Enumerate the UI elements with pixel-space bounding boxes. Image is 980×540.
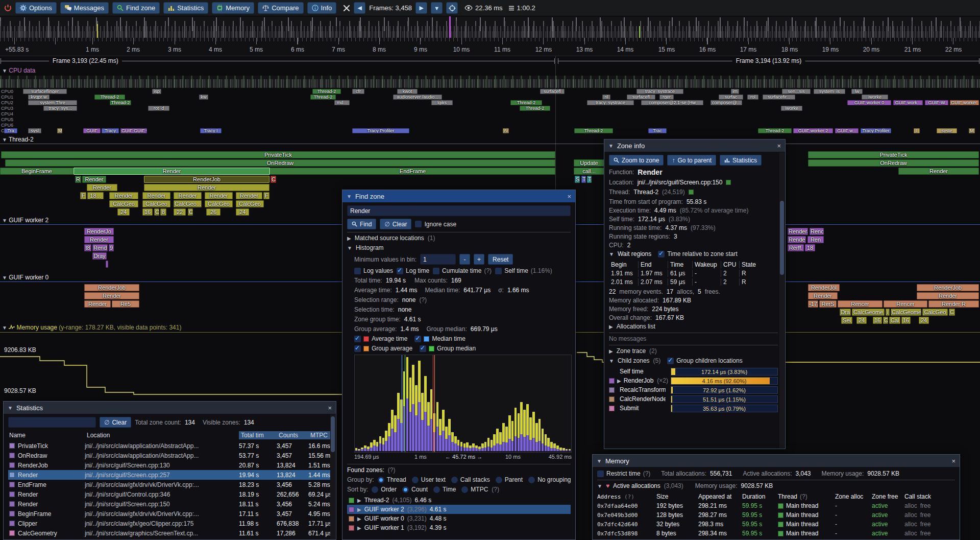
zoom-out-button[interactable]: ▼ xyxy=(431,2,443,14)
column-zone-alloc[interactable]: Zone alloc xyxy=(835,493,872,500)
stats-row[interactable]: Clipper jni/../jni/src/claw/gfx/geo/Clip… xyxy=(8,519,331,528)
go-to-parent-button[interactable]: ↑Go to parent xyxy=(667,155,716,166)
timeline-zone[interactable]: iworke xyxy=(862,95,888,100)
timeline-zone[interactable]: Thread-2 xyxy=(310,95,336,100)
timeline-zone[interactable]: composer@... xyxy=(710,100,742,105)
collapse-icon[interactable]: ▼ xyxy=(8,405,13,411)
zoom-to-zone-button[interactable]: Zoom to zone xyxy=(609,155,664,166)
timeline-zone[interactable]: Render xyxy=(788,236,806,243)
timeline-zone[interactable]: T xyxy=(587,176,592,183)
stats-row[interactable]: BeginFrame jni/../jni/src/claw/gfx/drv/v… xyxy=(8,509,331,519)
column-zone-free[interactable]: Zone free xyxy=(872,493,904,500)
clear-button[interactable]: ∅Clear xyxy=(380,219,411,229)
timeline-zone[interactable]: lw xyxy=(851,89,863,94)
collapse-icon[interactable]: ▼ xyxy=(608,143,614,149)
timeline-zone[interactable]: Tracy I xyxy=(200,128,222,133)
timeline-zone[interactable]: GUIF worker 0 xyxy=(847,100,891,105)
close-icon[interactable]: × xyxy=(567,193,571,200)
statistics-button[interactable]: Statistics xyxy=(720,155,762,166)
timeline-zone[interactable]: sysl xyxy=(28,128,41,133)
zone-info-scrollbar[interactable] xyxy=(779,152,785,448)
zone-trace-section[interactable]: ▶Zone trace(2) xyxy=(609,347,778,355)
timeline-zone[interactable]: Thread-2 xyxy=(94,95,125,100)
timeline-zone[interactable]: CalcGeo xyxy=(109,200,138,207)
timeline-zone[interactable]: im xyxy=(731,89,739,94)
cpu-data-header[interactable]: ▼ CPU data xyxy=(2,67,35,74)
timeline-zone[interactable]: C xyxy=(154,208,159,216)
child-zone-row[interactable]: ▶ RenderJob (×2) 4.16 ms (92.60%) xyxy=(609,376,778,385)
timeline-zone[interactable]: M xyxy=(969,128,975,133)
close-icon[interactable]: × xyxy=(777,142,781,150)
timeline-zone[interactable]: 26 xyxy=(206,208,220,216)
timeline-zone[interactable]: BeginFrame xyxy=(0,168,74,175)
timeline-zone[interactable]: Render xyxy=(87,184,117,191)
timeline-zone[interactable]: RerS xyxy=(819,300,837,308)
close-icon[interactable]: × xyxy=(328,404,332,412)
alloc-callstack-link[interactable]: alloc xyxy=(904,521,917,528)
timeline-zone[interactable]: GUIF xyxy=(83,128,101,133)
column-mtpc[interactable]: MTPC xyxy=(308,431,331,439)
timeline-zone[interactable]: Thread-2 xyxy=(110,100,131,105)
timeline-zone[interactable]: R xyxy=(75,176,81,183)
wait-region-row[interactable]: 2.01 ms2.07 ms59 μs-2R xyxy=(609,277,778,286)
alloc-callstack-link[interactable]: alloc xyxy=(904,511,917,519)
active-allocations-section[interactable]: ▼♥ Active allocations(3,043) Memory usag… xyxy=(597,482,955,489)
timeline-zone[interactable]: Render xyxy=(84,236,114,243)
frame-span-right[interactable]: Frame 3,194 (13.92 ms) xyxy=(557,56,980,66)
histogram-section[interactable]: ▼Histogram xyxy=(347,244,571,251)
compare-button[interactable]: Compare xyxy=(258,2,303,14)
allocation-row[interactable]: 0x7dfc53d898 8 bytes 298.34 ms 59.95 s M… xyxy=(597,529,955,538)
timeline-zone[interactable]: 16 xyxy=(901,317,911,324)
timeline-zone[interactable]: kvgpr w xyxy=(28,95,50,100)
child-zone-row[interactable]: CalcRenderNodes 51.51 μs (1.15%) xyxy=(609,394,778,404)
timeline-zone[interactable]: surfacefl xyxy=(540,89,565,94)
ignore-case-checkbox[interactable]: Ignore case xyxy=(415,221,456,228)
timeline-zone[interactable]: 18... xyxy=(87,192,104,199)
timeline-zone[interactable]: CalcGeo xyxy=(142,200,170,207)
timeline-zone[interactable]: kwot xyxy=(397,89,418,94)
timeline-zone[interactable]: Render xyxy=(82,176,106,183)
matched-source-locations[interactable]: ▶Matched source locations(1) xyxy=(347,234,571,242)
stats-row[interactable]: CalcGeometry jni/../jni/src/claw/graphic… xyxy=(8,528,331,538)
column-duration[interactable]: Duration xyxy=(742,493,778,500)
timeline-zone[interactable]: Render xyxy=(898,168,979,175)
column-location[interactable]: Location xyxy=(85,431,239,439)
column-total-time[interactable]: Total tim xyxy=(239,431,277,439)
free-callstack-link[interactable]: free xyxy=(920,530,931,537)
timeline-zone[interactable]: t8 xyxy=(84,244,91,251)
legend-checkbox[interactable]: Group median xyxy=(420,345,476,352)
timeline-zone[interactable]: CalcGeomet xyxy=(891,309,921,316)
focus-frame-button[interactable] xyxy=(446,2,458,14)
timeline-zone[interactable]: rot_d xyxy=(148,106,169,111)
timeline-zone[interactable]: surfac xyxy=(719,95,743,100)
timeline-zone[interactable]: RenderJob xyxy=(84,284,139,291)
timeline-zone[interactable]: 16 xyxy=(142,208,153,216)
timeline-zone[interactable]: lgiks xyxy=(431,100,453,105)
thread2-header[interactable]: ▼ Thread-2 xyxy=(2,136,34,143)
timeline-zone[interactable]: md... xyxy=(334,100,350,105)
timeline-zone[interactable]: RenderJob xyxy=(917,284,979,291)
timeline-zone[interactable]: GUIF GUIF wor xyxy=(120,128,147,133)
timeline-zone[interactable]: 24 xyxy=(236,208,249,216)
group-by-radio[interactable]: Call stacks xyxy=(451,476,490,483)
timeline-zone[interactable]: F xyxy=(263,192,270,199)
collapse-icon[interactable]: ▼ xyxy=(347,194,352,199)
timeline-zone[interactable]: I xyxy=(914,128,920,133)
timeline-zone[interactable]: C xyxy=(188,208,193,216)
timeline-zone[interactable]: Sel xyxy=(841,317,852,324)
timeline-zone[interactable]: Render xyxy=(109,192,138,199)
timeline-zone[interactable]: CalcGeo xyxy=(236,200,264,207)
timeline-zone[interactable]: Render xyxy=(84,292,139,299)
timeline-zone[interactable]: 9 xyxy=(109,244,114,251)
timeline-zone[interactable]: rger xyxy=(659,95,674,100)
statistics-titlebar[interactable]: ▼Statistics× xyxy=(4,402,336,414)
child-zone-row[interactable]: Self time 172.14 μs (3.83%) xyxy=(609,367,778,376)
timeline-zone[interactable]: OnRedraw xyxy=(808,159,979,167)
log-values-checkbox[interactable]: Log values xyxy=(354,267,393,274)
zone-group-row[interactable]: ▶ Thread-2 (4,105) 6.46 s xyxy=(347,496,571,505)
timeline-zone[interactable]: Thread-2 xyxy=(520,106,550,111)
column-counts[interactable]: Counts xyxy=(277,431,308,439)
stats-row[interactable]: Render jni/../jni/src/guif/Control.cpp:3… xyxy=(8,489,331,499)
timeline-zone[interactable]: GUIF w... xyxy=(835,128,859,133)
timeline-zone[interactable]: Tracy xyxy=(102,128,119,133)
